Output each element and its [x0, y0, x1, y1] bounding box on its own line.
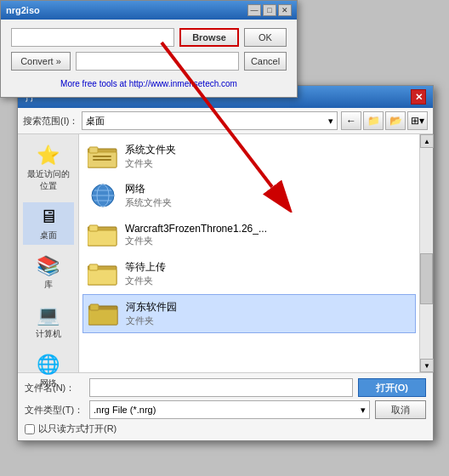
- filename-row: 文件名(N)： 打开(O): [25, 378, 426, 397]
- convert-button[interactable]: Convert »: [11, 52, 71, 71]
- svg-rect-6: [93, 159, 111, 161]
- location-combo[interactable]: 桌面 ▾: [82, 111, 338, 130]
- filename-input[interactable]: [89, 378, 353, 397]
- output-input[interactable]: [76, 52, 239, 71]
- fd-filelist: 系统文件夹 文件夹: [79, 134, 419, 372]
- fd-scrollbar: ▲ ▼: [419, 134, 433, 372]
- file-item-hedong[interactable]: 河东软件园 文件夹: [82, 294, 416, 333]
- readonly-row: 以只读方式打开(R): [25, 422, 426, 435]
- scroll-down-button[interactable]: ▼: [420, 359, 434, 372]
- sidebar-recent-label: 最近访问的位置: [26, 168, 71, 192]
- svg-rect-20: [90, 304, 99, 310]
- filetype-row: 文件类型(T)： .nrg File (*.nrg) ▾ 取消: [25, 400, 426, 419]
- source-input[interactable]: [11, 28, 174, 47]
- sidebar-item-library[interactable]: 📚 库: [23, 252, 74, 294]
- convert-row: Convert » Cancel: [11, 52, 287, 71]
- nrg2iso-title: nrg2iso: [6, 5, 40, 15]
- file-dialog-close-button[interactable]: ✕: [411, 89, 426, 105]
- scroll-thumb[interactable]: [420, 253, 433, 304]
- up-folder-icon[interactable]: 📁: [363, 111, 384, 130]
- file-dialog-bottom: 文件名(N)： 打开(O) 文件类型(T)： .nrg File (*.nrg)…: [18, 372, 433, 440]
- sidebar-library-label: 库: [44, 279, 53, 291]
- network-folder-type: 系统文件夹: [125, 196, 172, 209]
- svg-rect-17: [89, 264, 98, 270]
- warcraft-folder-icon: [88, 219, 118, 250]
- svg-rect-19: [88, 309, 117, 325]
- browse-row: Browse OK: [11, 28, 287, 47]
- cancel-button[interactable]: Cancel: [244, 52, 287, 71]
- file-dialog-main: ⭐ 最近访问的位置 🖥 桌面 📚 库 💻 计算机 🌐 网络: [18, 134, 433, 372]
- hedong-folder-icon: [88, 298, 119, 329]
- scroll-track: [420, 148, 433, 359]
- svg-rect-5: [93, 156, 111, 157]
- waiting-folder-icon: [88, 258, 118, 289]
- recent-icon: ⭐: [37, 144, 60, 167]
- library-icon: 📚: [37, 255, 60, 277]
- back-icon[interactable]: ←: [341, 111, 361, 130]
- sidebar-desktop-label: 桌面: [40, 230, 57, 241]
- network-folder-icon: [88, 180, 118, 211]
- new-folder-icon[interactable]: 📂: [385, 111, 406, 130]
- network-icon: 🌐: [37, 354, 60, 376]
- filetype-combo-arrow: ▾: [361, 405, 366, 416]
- sidebar-item-desktop[interactable]: 🖥 桌面: [23, 202, 74, 245]
- svg-rect-14: [89, 225, 98, 231]
- system-folder-icon: [88, 141, 118, 172]
- svg-rect-4: [89, 147, 98, 153]
- warcraft-folder-type: 文件夹: [125, 235, 267, 247]
- nrg2iso-window: nrg2iso — □ ✕ Browse OK Convert » Cancel…: [0, 0, 298, 98]
- nrg2iso-titlebar: nrg2iso — □ ✕: [1, 1, 297, 20]
- filetype-combo[interactable]: .nrg File (*.nrg) ▾: [89, 400, 370, 419]
- fd-sidebar: ⭐ 最近访问的位置 🖥 桌面 📚 库 💻 计算机 🌐 网络: [18, 134, 79, 372]
- minimize-button[interactable]: —: [247, 4, 261, 16]
- filename-label: 文件名(N)：: [25, 382, 84, 394]
- fd-filelist-inner: 系统文件夹 文件夹: [79, 134, 419, 337]
- file-dialog-toolbar: 搜索范围(I)： 桌面 ▾ ← 📁 📂 ⊞▾: [18, 108, 433, 134]
- close-button[interactable]: ✕: [278, 4, 292, 16]
- waiting-folder-info: 等待上传 文件夹: [125, 260, 166, 287]
- open-button[interactable]: 打开(O): [358, 378, 426, 397]
- maximize-button[interactable]: □: [263, 4, 276, 16]
- dialog-cancel-button[interactable]: 取消: [375, 400, 426, 419]
- file-dialog: 打 ✕ 搜索范围(I)： 桌面 ▾ ← 📁 📂 ⊞▾ ⭐ 最近访问的位置 🖥 桌…: [17, 85, 434, 441]
- warcraft-folder-name: Warcraft3FrozenThrone1.26_...: [125, 223, 267, 235]
- filetype-value: .nrg File (*.nrg): [94, 405, 156, 415]
- system-folder-name: 系统文件夹: [125, 143, 176, 157]
- sidebar-computer-label: 计算机: [36, 328, 61, 340]
- svg-rect-13: [88, 230, 117, 246]
- file-item-network[interactable]: 网络 系统文件夹: [82, 177, 416, 214]
- sidebar-item-computer[interactable]: 💻 计算机: [23, 301, 74, 343]
- hedong-folder-type: 文件夹: [126, 314, 177, 327]
- waiting-folder-type: 文件夹: [125, 275, 166, 287]
- warcraft-folder-info: Warcraft3FrozenThrone1.26_... 文件夹: [125, 223, 267, 247]
- readonly-checkbox[interactable]: [25, 424, 35, 434]
- network-folder-name: 网络: [125, 182, 172, 196]
- hedong-folder-name: 河东软件园: [126, 300, 177, 314]
- file-item-waiting[interactable]: 等待上传 文件夹: [82, 255, 416, 292]
- scroll-up-button[interactable]: ▲: [420, 134, 434, 148]
- file-item-warcraft[interactable]: Warcraft3FrozenThrone1.26_... 文件夹: [82, 216, 416, 253]
- system-folder-info: 系统文件夹 文件夹: [125, 143, 176, 170]
- network-folder-info: 网络 系统文件夹: [125, 182, 172, 209]
- location-combo-arrow: ▾: [328, 116, 333, 127]
- desktop-icon: 🖥: [39, 206, 58, 228]
- waiting-folder-name: 等待上传: [125, 260, 166, 275]
- filetype-label: 文件类型(T)：: [25, 404, 84, 416]
- toolbar-icons: ← 📁 📂 ⊞▾: [341, 111, 428, 130]
- ok-button[interactable]: OK: [244, 28, 287, 47]
- svg-rect-16: [88, 269, 117, 285]
- location-label: 搜索范围(I)：: [23, 115, 78, 128]
- file-item-system[interactable]: 系统文件夹 文件夹: [82, 138, 416, 175]
- system-folder-type: 文件夹: [125, 157, 176, 170]
- readonly-label: 以只读方式打开(R): [38, 422, 117, 435]
- hedong-folder-info: 河东软件园 文件夹: [126, 300, 177, 327]
- location-value: 桌面: [86, 115, 105, 128]
- view-menu-icon[interactable]: ⊞▾: [407, 111, 428, 130]
- sidebar-item-recent[interactable]: ⭐ 最近访问的位置: [23, 141, 74, 196]
- titlebar-controls: — □ ✕: [247, 4, 292, 16]
- nrg2iso-body: Browse OK Convert » Cancel More free too…: [1, 20, 297, 97]
- computer-icon: 💻: [37, 304, 60, 326]
- footer-text: More free tools at http://www.inmensetec…: [11, 76, 287, 90]
- browse-button[interactable]: Browse: [179, 28, 239, 47]
